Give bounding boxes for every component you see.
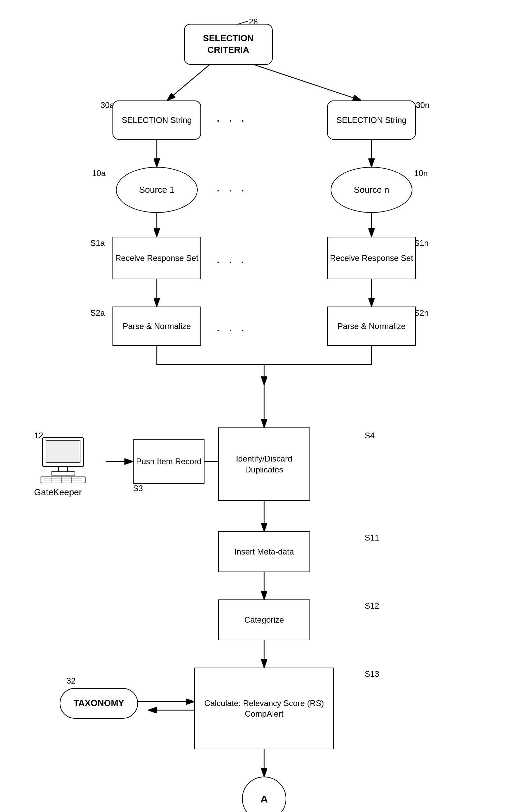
svg-rect-22 bbox=[41, 477, 85, 483]
push-item-record-node: Push Item Record bbox=[133, 439, 205, 484]
flowchart-diagram: 28 SELECTION CRITERIA 30a SELECTION Stri… bbox=[0, 0, 530, 812]
dots-sources: · · · bbox=[217, 182, 247, 198]
parse-normalize-n-node: Parse & Normalize bbox=[327, 306, 416, 346]
ref-s12: S12 bbox=[365, 601, 379, 611]
calculate-node: Calculate: Relevancy Score (RS) CompAler… bbox=[194, 668, 334, 749]
terminal-a-node: A bbox=[242, 777, 286, 812]
ref-s2a: S2a bbox=[90, 308, 105, 318]
parse-normalize-a-node: Parse & Normalize bbox=[112, 306, 201, 346]
ref-s2n: S2n bbox=[414, 308, 429, 318]
ref-12: 12 bbox=[34, 431, 43, 440]
selection-criteria-node: SELECTION CRITERIA bbox=[184, 24, 273, 65]
svg-line-1 bbox=[167, 64, 210, 101]
ref-s13: S13 bbox=[365, 669, 379, 679]
source-1-node: Source 1 bbox=[116, 167, 198, 213]
receive-response-set-n-node: Receive Response Set bbox=[327, 237, 416, 279]
gatekeeper-computer-icon bbox=[34, 434, 92, 485]
source-n-node: Source n bbox=[331, 167, 413, 213]
dots-receive: · · · bbox=[217, 254, 247, 270]
selection-string-n-node: SELECTION String bbox=[327, 101, 416, 140]
insert-metadata-node: Insert Meta-data bbox=[218, 531, 310, 572]
receive-response-set-a-node: Receive Response Set bbox=[112, 237, 201, 279]
svg-rect-21 bbox=[51, 472, 75, 475]
categorize-node: Categorize bbox=[218, 599, 310, 640]
selection-string-a-node: SELECTION String bbox=[112, 101, 201, 140]
gatekeeper-label: GateKeeper bbox=[34, 487, 82, 498]
taxonomy-node: TAXONOMY bbox=[60, 688, 138, 719]
svg-rect-19 bbox=[46, 440, 80, 463]
ref-10a: 10a bbox=[92, 169, 106, 178]
ref-s1a: S1a bbox=[90, 238, 105, 248]
ref-s4: S4 bbox=[365, 431, 375, 440]
ref-30n: 30n bbox=[416, 101, 430, 110]
ref-s3: S3 bbox=[133, 484, 143, 493]
dots-parse: · · · bbox=[217, 322, 247, 338]
ref-s11: S11 bbox=[365, 533, 379, 542]
ref-s1n: S1n bbox=[414, 238, 429, 248]
ref-10n: 10n bbox=[414, 169, 428, 178]
ref-32: 32 bbox=[67, 676, 76, 686]
dots-selection-strings: · · · bbox=[217, 112, 247, 128]
svg-line-2 bbox=[252, 64, 361, 101]
identify-discard-node: Identify/Discard Duplicates bbox=[218, 427, 310, 501]
